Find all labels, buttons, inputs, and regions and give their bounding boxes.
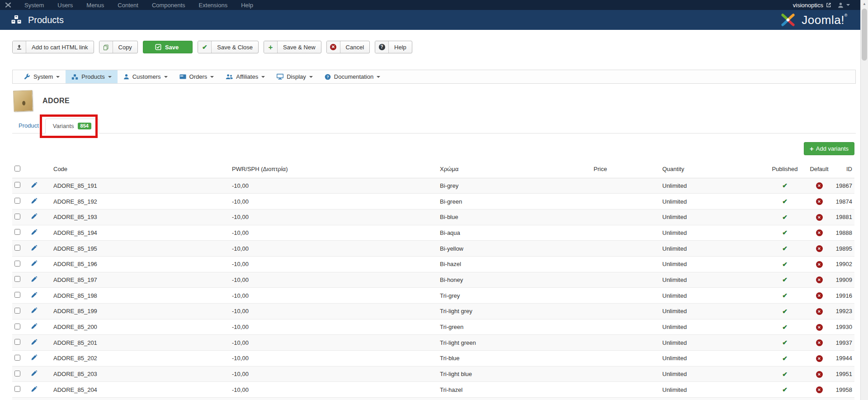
published-check-icon[interactable]: ✔ [782, 324, 788, 331]
admin-menu-components[interactable]: Components [152, 2, 185, 9]
edit-pencil-icon[interactable] [31, 354, 37, 362]
published-check-icon[interactable]: ✔ [782, 292, 788, 299]
row-checkbox[interactable] [14, 324, 20, 329]
row-checkbox[interactable] [14, 261, 20, 267]
published-check-icon[interactable]: ✔ [782, 355, 788, 362]
admin-menu-menus[interactable]: Menus [86, 2, 104, 9]
row-checkbox[interactable] [14, 214, 20, 219]
edit-pencil-icon[interactable] [31, 198, 37, 205]
variant-quantity: Unlimited [660, 272, 764, 288]
menubar-item-display[interactable]: Display [271, 70, 319, 83]
variant-price [591, 178, 660, 194]
edit-pencil-icon[interactable] [31, 339, 37, 347]
default-cross-icon[interactable]: × [816, 214, 823, 221]
published-check-icon[interactable]: ✔ [782, 245, 788, 252]
edit-pencil-icon[interactable] [31, 276, 37, 284]
default-cross-icon[interactable]: × [816, 261, 823, 268]
default-cross-icon[interactable]: × [816, 229, 823, 236]
edit-pencil-icon[interactable] [31, 229, 37, 237]
select-all-checkbox[interactable] [14, 166, 20, 171]
site-name: visionoptics [793, 2, 823, 9]
default-cross-icon[interactable]: × [816, 182, 823, 189]
menubar-item-documentation[interactable]: ? Documentation [319, 70, 386, 83]
variant-code: ADORE_85_192 [51, 194, 230, 210]
vertical-scrollbar[interactable]: ▲ [860, 0, 868, 400]
admin-menu-help[interactable]: Help [241, 2, 253, 9]
default-cross-icon[interactable]: × [816, 308, 823, 315]
default-cross-icon[interactable]: × [816, 276, 823, 283]
row-checkbox[interactable] [14, 355, 20, 361]
row-checkbox[interactable] [14, 339, 20, 345]
page-title: Products [28, 15, 64, 25]
site-preview-link[interactable]: visionoptics [793, 2, 831, 9]
published-check-icon[interactable]: ✔ [782, 229, 788, 236]
default-cross-icon[interactable]: × [816, 245, 823, 252]
row-checkbox[interactable] [14, 386, 20, 392]
scrollbar-thumb[interactable] [862, 9, 867, 61]
row-checkbox[interactable] [14, 292, 20, 298]
row-checkbox[interactable] [14, 245, 20, 251]
edit-pencil-icon[interactable] [31, 386, 37, 394]
published-check-icon[interactable]: ✔ [782, 182, 788, 189]
edit-pencil-icon[interactable] [31, 323, 37, 331]
published-check-icon[interactable]: ✔ [782, 198, 788, 205]
default-cross-icon[interactable]: × [816, 371, 823, 378]
menubar-item-products[interactable]: Products [66, 70, 117, 83]
tab-variants[interactable]: Variants 854 [45, 119, 99, 133]
menubar-item-orders[interactable]: Orders [174, 70, 220, 83]
cancel-button[interactable]: ✕ Cancel [326, 41, 370, 53]
check-icon: ✔ [198, 41, 212, 53]
chevron-down-icon [261, 76, 265, 78]
variant-color: Tri-green [438, 319, 591, 335]
edit-pencil-icon[interactable] [31, 370, 37, 378]
default-cross-icon[interactable]: × [816, 292, 823, 299]
user-menu[interactable] [838, 2, 850, 8]
save-and-new-button[interactable]: + Save & New [264, 41, 321, 53]
published-check-icon[interactable]: ✔ [782, 371, 788, 378]
default-cross-icon[interactable]: × [816, 198, 823, 205]
published-check-icon[interactable]: ✔ [782, 214, 788, 221]
edit-pencil-icon[interactable] [31, 245, 37, 252]
save-and-close-button[interactable]: ✔ Save & Close [198, 41, 259, 53]
published-check-icon[interactable]: ✔ [782, 386, 788, 393]
row-checkbox[interactable] [14, 182, 20, 188]
edit-pencil-icon[interactable] [31, 213, 37, 221]
default-cross-icon[interactable]: × [816, 339, 823, 346]
published-check-icon[interactable]: ✔ [782, 339, 788, 346]
published-check-icon[interactable]: ✔ [782, 308, 788, 315]
variant-id: 19930 [833, 319, 854, 335]
admin-menu-extensions[interactable]: Extensions [199, 2, 228, 9]
admin-menu-users[interactable]: Users [57, 2, 73, 9]
row-checkbox[interactable] [14, 276, 20, 282]
scroll-up-arrow-icon[interactable]: ▲ [861, 0, 868, 7]
save-button[interactable]: Save [143, 41, 193, 53]
copy-button[interactable]: Copy [99, 41, 138, 53]
edit-pencil-icon[interactable] [31, 307, 37, 315]
tab-product[interactable]: Product [12, 118, 45, 133]
default-cross-icon[interactable]: × [816, 324, 823, 331]
help-button[interactable]: ? Help [375, 41, 412, 53]
edit-pencil-icon[interactable] [31, 182, 37, 190]
published-check-icon[interactable]: ✔ [782, 261, 788, 268]
add-to-cart-html-link-button[interactable]: Add to cart HTML link [12, 41, 94, 53]
variant-price [591, 272, 660, 288]
variants-table-body: ADORE_85_191 -10,00 Bi-grey Unlimited ✔ … [12, 178, 854, 398]
admin-menu-system[interactable]: System [24, 2, 44, 9]
menubar-item-system[interactable]: System [18, 70, 66, 83]
edit-pencil-icon[interactable] [31, 260, 37, 268]
variant-id: 19916 [833, 288, 854, 304]
default-cross-icon[interactable]: × [816, 386, 823, 393]
variant-pwr: -10,00 [230, 256, 438, 272]
add-variants-button[interactable]: + Add variants [804, 142, 854, 155]
variant-color: Bi-blue [438, 209, 591, 225]
menubar-item-affiliates[interactable]: Affiliates [220, 70, 271, 83]
default-cross-icon[interactable]: × [816, 355, 823, 362]
published-check-icon[interactable]: ✔ [782, 276, 788, 283]
edit-pencil-icon[interactable] [31, 292, 37, 300]
admin-menu-content[interactable]: Content [118, 2, 138, 9]
row-checkbox[interactable] [14, 371, 20, 376]
row-checkbox[interactable] [14, 198, 20, 204]
row-checkbox[interactable] [14, 229, 20, 235]
menubar-item-customers[interactable]: Customers [118, 70, 174, 83]
row-checkbox[interactable] [14, 308, 20, 314]
